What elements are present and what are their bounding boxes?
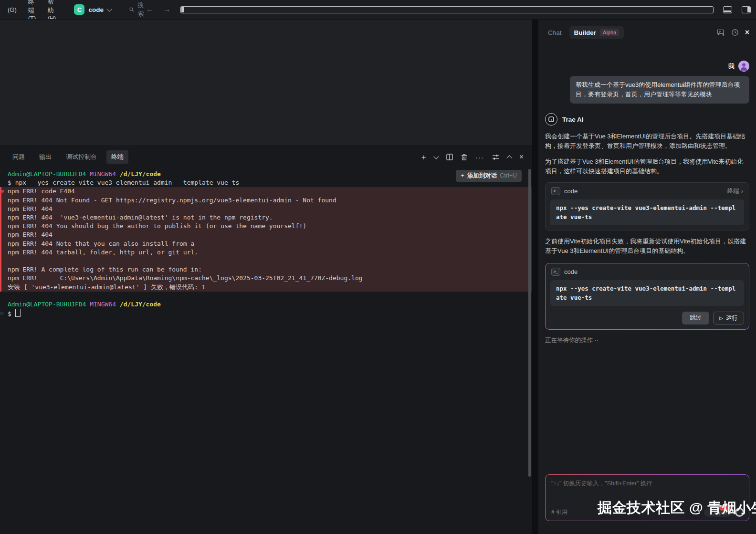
terminal-line: npm ERR! 404 'vue3-elementui-admin@lates…	[8, 213, 525, 222]
terminal-line	[8, 292, 525, 300]
terminal-line: npm ERR! 404 Not Found - GET https://reg…	[8, 196, 525, 205]
code-card-label: code	[564, 188, 578, 195]
search-placeholder: 搜索	[137, 1, 146, 18]
error-gutter-icon: ⊗	[1, 187, 4, 196]
toggle-left-panel-icon[interactable]	[180, 6, 714, 13]
ai-paragraph: 我会创建一个基于Vue 3和ElementUI的管理后台项目。先搭建项目基础结构…	[545, 132, 749, 151]
history-icon[interactable]	[731, 29, 739, 36]
code-card-label: code	[564, 268, 578, 275]
tab-chat[interactable]: Chat	[548, 29, 562, 36]
chevron-down-icon	[106, 6, 112, 11]
tab-builder-label: Builder	[574, 29, 597, 36]
terminal-line: ○$	[8, 309, 525, 318]
terminal-line: npm ERR! C:\Users\Admin\AppData\Roaming\…	[8, 274, 525, 283]
alpha-badge: Alpha	[600, 29, 619, 36]
chat-input[interactable]: "↑↓" 切换历史输入，"Shift+Enter" 换行 # 引用 1.5-pr…	[546, 475, 749, 521]
add-to-chat-shortcut: Ctrl+U	[500, 171, 517, 180]
tab-debug-console[interactable]: 调试控制台	[61, 150, 102, 164]
project-switcher[interactable]: C code	[71, 4, 114, 15]
menu-item-g[interactable]: (G)	[2, 6, 22, 13]
open-terminal-link[interactable]: 终端 ›	[727, 187, 743, 195]
chat-input-placeholder: "↑↓" 切换历史输入，"Shift+Enter" 换行	[551, 480, 743, 488]
command-gutter-icon: ○	[0, 309, 3, 317]
terminal-line: npm ERR! 404	[8, 230, 525, 239]
project-name: code	[88, 6, 104, 13]
new-chat-icon[interactable]	[717, 29, 725, 36]
tab-problems[interactable]: 问题	[8, 150, 30, 164]
waiting-status: 正在等待你的操作 ··	[545, 336, 749, 345]
terminal-profile-dropdown-icon[interactable]	[433, 154, 439, 159]
terminal-line: Admin@LAPTOP-BUHUJFD4 MINGW64 /d/LJY/cod…	[8, 170, 525, 178]
chat-messages: 我 帮我生成一个基于vue3的使用elementui组件库的管理后台项目，要有登…	[538, 42, 756, 534]
add-to-chat-button[interactable]: + 添加到对话 Ctrl+U	[456, 170, 522, 182]
terminal-scrollbar[interactable]	[528, 169, 531, 477]
code-card-pending: >_ code npx --yes create-vite vue3-eleme…	[546, 263, 749, 329]
tab-terminal[interactable]: 终端	[106, 150, 128, 164]
terminal-view[interactable]: Admin@LAPTOP-BUHUJFD4 MINGW64 /d/LJY/cod…	[0, 168, 532, 534]
menu-item-help[interactable]: 帮助(H)	[42, 0, 62, 20]
app-window: (G) 终端(T) 帮助(H) C code 搜索 ← →	[0, 0, 756, 534]
bottom-panel: 问题 输出 调试控制台 终端 +	[0, 146, 532, 534]
new-terminal-icon[interactable]: +	[421, 153, 426, 161]
terminal-cursor	[15, 309, 21, 317]
nav-forward-icon[interactable]: →	[163, 5, 171, 14]
reference-button[interactable]: # 引用	[551, 508, 567, 516]
run-button[interactable]: ▷ 运行	[713, 312, 744, 325]
terminal-link-label: 终端	[727, 187, 739, 195]
editor-group: 问题 输出 调试控制台 终端 +	[0, 20, 532, 534]
tab-output[interactable]: 输出	[34, 150, 56, 164]
user-avatar	[738, 61, 749, 72]
skip-button[interactable]: 跳过	[682, 312, 709, 325]
send-button[interactable]	[735, 508, 744, 517]
more-actions-icon[interactable]: ···	[475, 154, 484, 161]
user-message: 帮我生成一个基于vue3的使用elementui组件库的管理后台项目，要有登录页…	[570, 76, 749, 104]
toggle-right-panel-icon[interactable]	[742, 6, 751, 13]
ai-chat-panel: Chat Builder Alpha	[538, 20, 756, 534]
terminal-settings-icon[interactable]	[492, 154, 499, 160]
code-snippet[interactable]: npx --yes create-vite vue3-elementui-adm…	[550, 199, 744, 225]
terminal-line: 安装 [ 'vue3-elementui-admin@latest' ] 失败，…	[8, 283, 525, 292]
ai-name: Trae AI	[562, 116, 584, 123]
trae-ai-icon	[545, 113, 557, 126]
terminal-line: npm ERR! 404 Note that you can also inst…	[8, 240, 525, 248]
run-button-label: 运行	[726, 314, 738, 322]
close-panel-icon[interactable]: ×	[519, 153, 524, 161]
terminal-line: $ npx --yes create-vite vue3-elementui-a…	[8, 178, 525, 187]
toggle-bottom-panel-icon[interactable]	[723, 6, 732, 13]
search-box[interactable]: 搜索	[129, 1, 146, 18]
kill-terminal-icon[interactable]	[461, 154, 467, 160]
terminal-line: npm ERR! 404 You should bug the author t…	[8, 222, 525, 230]
nav-back-icon[interactable]: ←	[146, 5, 154, 14]
panel-header: 问题 输出 调试控制台 终端 +	[0, 146, 532, 168]
panel-actions: + ···	[421, 153, 524, 161]
terminal-line	[8, 257, 525, 265]
terminal-line: npm ERR! 404 tarball, folder, http url, …	[8, 248, 525, 257]
code-snippet[interactable]: npx --yes create-vite vue3-elementui-adm…	[550, 280, 744, 306]
chat-panel-header: Chat Builder Alpha	[538, 20, 756, 42]
plus-icon: +	[461, 171, 464, 180]
menu-item-terminal[interactable]: 终端(T)	[22, 0, 42, 20]
search-icon	[129, 6, 134, 13]
terminal-error-block: ⊗npm ERR! code E404npm ERR! 404 Not Foun…	[0, 187, 532, 291]
terminal-line: npm ERR! 404	[8, 205, 525, 213]
terminal-icon: >_	[551, 187, 560, 195]
code-card-executed: >_ code 终端 › npx --yes create-vite vue3-…	[545, 182, 749, 230]
new-badge	[719, 505, 731, 511]
ai-paragraph: 之前使用Vite初始化项目失败，我将重新尝试使用Vite初始化项目，以搭建基于V…	[545, 237, 749, 256]
user-label: 我	[728, 62, 735, 71]
play-icon: ▷	[719, 315, 723, 321]
chevron-right-icon: ›	[741, 188, 743, 195]
maximize-panel-icon[interactable]	[506, 155, 512, 160]
user-header: 我	[545, 61, 749, 72]
split-terminal-icon[interactable]	[446, 154, 453, 160]
person-icon	[738, 61, 749, 72]
terminal-line: npm ERR! A complete log of this run can …	[8, 265, 525, 274]
project-icon: C	[74, 4, 84, 15]
panel-resize-sash[interactable]	[532, 20, 538, 534]
tab-builder[interactable]: Builder Alpha	[569, 26, 624, 39]
close-chat-panel-icon[interactable]: ×	[745, 28, 749, 37]
empty-editor-area	[0, 20, 532, 146]
terminal-line: Admin@LAPTOP-BUHUJFD4 MINGW64 /d/LJY/cod…	[8, 300, 525, 309]
chat-input-border: "↑↓" 切换历史输入，"Shift+Enter" 换行 # 引用 1.5-pr…	[545, 474, 749, 521]
terminal-output: Admin@LAPTOP-BUHUJFD4 MINGW64 /d/LJY/cod…	[8, 170, 525, 318]
